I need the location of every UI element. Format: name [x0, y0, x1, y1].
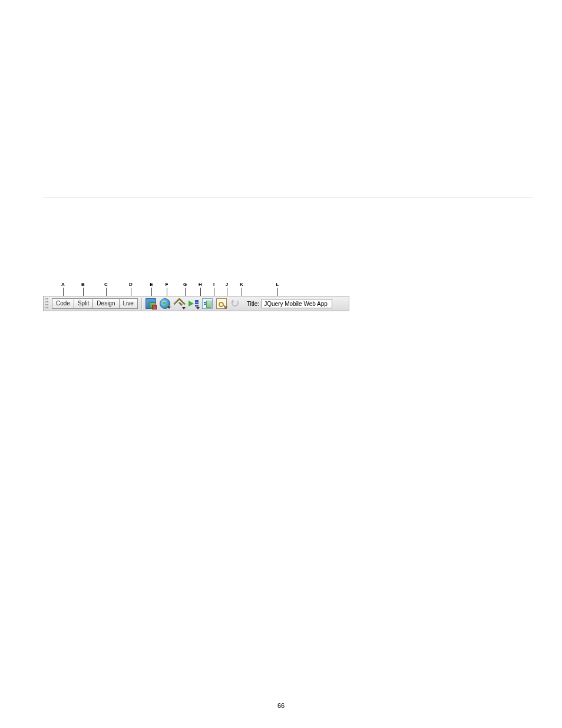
separator	[141, 298, 142, 309]
live-code-icon[interactable]	[188, 298, 199, 309]
horizontal-rule	[43, 197, 533, 198]
visual-aids-icon[interactable]	[216, 298, 227, 309]
file-management-icon[interactable]	[174, 298, 184, 309]
refresh-icon[interactable]	[230, 298, 241, 309]
multiscreen-preview-icon[interactable]	[146, 298, 156, 309]
page-number: 66	[0, 702, 562, 709]
label-j: J	[226, 282, 228, 287]
label-i: I	[213, 282, 214, 287]
label-f: F	[166, 282, 168, 287]
label-g: G	[183, 282, 187, 287]
live-view-button[interactable]: Live	[119, 298, 138, 309]
label-d: D	[129, 282, 133, 287]
design-view-button[interactable]: Design	[92, 298, 119, 309]
title-group: Title:	[247, 299, 332, 308]
label-h: H	[199, 282, 202, 287]
label-l: L	[276, 282, 279, 287]
title-label: Title:	[247, 301, 259, 307]
label-k: K	[240, 282, 243, 287]
label-e: E	[150, 282, 153, 287]
browser-preview-icon[interactable]	[160, 298, 170, 309]
view-button-group: Code Split Design Live	[52, 298, 138, 309]
label-a: A	[61, 282, 65, 287]
code-view-button[interactable]: Code	[52, 298, 74, 309]
page: A B C D E F G H I J K L	[0, 0, 562, 728]
split-view-button[interactable]: Split	[74, 298, 93, 309]
inspect-icon[interactable]	[202, 298, 213, 309]
title-input[interactable]	[262, 299, 332, 308]
label-c: C	[104, 282, 108, 287]
grip-icon[interactable]	[45, 297, 49, 310]
label-b: B	[81, 282, 85, 287]
toolbar-icon-group	[146, 298, 241, 309]
toolbar-figure: A B C D E F G H I J K L	[43, 282, 349, 314]
document-toolbar: Code Split Design Live Title:	[43, 296, 349, 311]
